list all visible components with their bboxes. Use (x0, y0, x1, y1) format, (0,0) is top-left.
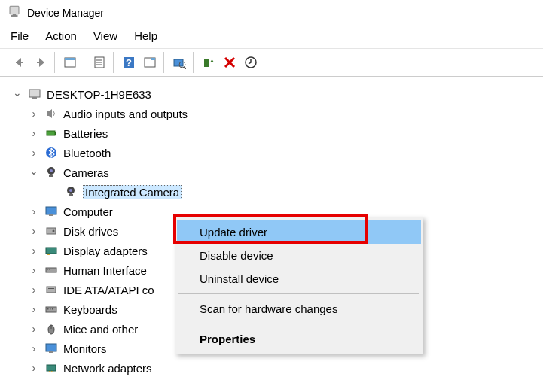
expander-icon[interactable] (29, 128, 39, 138)
expander-icon[interactable] (29, 167, 39, 178)
camera-icon (63, 184, 78, 199)
tree-category-bluetooth[interactable]: Bluetooth (12, 143, 540, 163)
svg-rect-32 (69, 194, 73, 196)
svg-rect-1 (13, 14, 17, 16)
expander-icon[interactable] (29, 363, 39, 373)
tree-label: Monitors (63, 342, 107, 355)
expander-icon[interactable] (12, 89, 23, 99)
action-button[interactable] (141, 53, 159, 71)
menu-view[interactable]: View (93, 29, 117, 42)
forward-button[interactable] (32, 53, 50, 71)
svg-point-31 (69, 189, 72, 192)
svg-rect-38 (47, 254, 50, 255)
separator (178, 324, 419, 324)
expander-icon[interactable] (29, 324, 39, 334)
svg-rect-47 (50, 308, 51, 310)
svg-rect-54 (49, 371, 50, 372)
menubar: File Action View Help (0, 25, 543, 49)
computer-icon (27, 87, 42, 102)
properties-button[interactable] (90, 53, 108, 71)
tree-root[interactable]: DESKTOP-1H9E633 (12, 84, 540, 104)
show-hide-console-button[interactable] (61, 53, 79, 71)
help-button[interactable]: ? (120, 53, 138, 71)
expander-icon[interactable] (29, 147, 39, 158)
ide-icon (44, 282, 59, 297)
expander-icon[interactable] (29, 265, 39, 275)
tree-category-network[interactable]: Network adapters (12, 358, 540, 378)
svg-rect-22 (29, 90, 40, 97)
expander-icon[interactable] (29, 284, 39, 295)
svg-rect-29 (49, 175, 53, 177)
svg-rect-44 (48, 290, 54, 290)
svg-rect-40 (47, 269, 48, 270)
svg-rect-33 (46, 207, 56, 214)
svg-rect-43 (48, 288, 54, 289)
back-button[interactable] (11, 53, 29, 71)
network-icon (44, 360, 59, 375)
svg-rect-34 (49, 214, 53, 216)
svg-rect-3 (16, 62, 23, 63)
svg-rect-2 (11, 15, 18, 17)
root-label: DESKTOP-1H9E633 (47, 88, 151, 101)
svg-rect-25 (55, 132, 56, 135)
keyboard-icon (44, 302, 59, 317)
svg-point-28 (50, 169, 53, 172)
tree-category-audio[interactable]: Audio inputs and outputs (12, 104, 540, 123)
separator (178, 293, 419, 294)
menu-action[interactable]: Action (45, 29, 77, 42)
disable-button[interactable] (242, 53, 260, 71)
disk-icon (44, 223, 59, 239)
svg-rect-15 (174, 59, 183, 66)
expander-icon[interactable] (29, 206, 39, 217)
tree-label: Disk drives (63, 225, 118, 238)
tree-label: Integrated Camera (83, 185, 182, 199)
svg-line-17 (184, 67, 186, 69)
context-menu: Update driver Disable device Uninstall d… (175, 217, 423, 354)
expander-icon[interactable] (29, 108, 39, 119)
svg-rect-0 (10, 6, 19, 14)
tree-label: Cameras (63, 166, 109, 179)
monitor-icon (44, 204, 59, 219)
scan-hardware-button[interactable] (170, 53, 188, 71)
context-properties[interactable]: Properties (177, 327, 421, 351)
svg-rect-4 (37, 62, 44, 63)
svg-rect-37 (46, 248, 56, 254)
titlebar: Device Manager (0, 0, 543, 25)
svg-rect-24 (47, 131, 55, 135)
svg-text:?: ? (126, 57, 132, 68)
tree-label: Mice and other (63, 323, 138, 336)
svg-rect-53 (47, 365, 56, 371)
menu-file[interactable]: File (11, 29, 29, 42)
tree-label: Network adapters (63, 362, 152, 375)
update-driver-button[interactable] (200, 53, 218, 71)
tree-device-integrated-camera[interactable]: Integrated Camera (12, 182, 540, 202)
display-adapter-icon (44, 243, 59, 258)
context-update-driver[interactable]: Update driver (177, 220, 421, 244)
tree-category-cameras[interactable]: Cameras (12, 163, 540, 182)
window-title: Device Manager (27, 7, 104, 19)
svg-rect-55 (51, 371, 53, 372)
tree-category-batteries[interactable]: Batteries (12, 123, 540, 143)
menu-help[interactable]: Help (134, 29, 157, 42)
device-manager-icon (8, 5, 21, 20)
svg-rect-46 (47, 308, 49, 310)
expander-icon[interactable] (29, 304, 39, 315)
tree-label: Human Interface (63, 264, 147, 277)
svg-rect-48 (52, 308, 53, 310)
context-uninstall-device[interactable]: Uninstall device (177, 267, 421, 290)
tree-label: Batteries (63, 127, 108, 140)
context-scan-hardware[interactable]: Scan for hardware changes (177, 297, 421, 321)
camera-icon (44, 165, 59, 180)
expander-icon[interactable] (29, 226, 39, 236)
svg-rect-41 (49, 269, 50, 270)
svg-rect-39 (46, 268, 56, 272)
context-disable-device[interactable]: Disable device (177, 244, 421, 267)
tree-label: Computer (63, 205, 113, 218)
tree-label: Audio inputs and outputs (63, 108, 188, 120)
expander-icon[interactable] (29, 343, 39, 354)
tree-label: Keyboards (63, 303, 117, 316)
expander-icon[interactable] (29, 245, 39, 256)
battery-icon (44, 126, 59, 141)
tree-label: IDE ATA/ATAPI co (63, 284, 154, 296)
uninstall-button[interactable] (221, 53, 239, 71)
